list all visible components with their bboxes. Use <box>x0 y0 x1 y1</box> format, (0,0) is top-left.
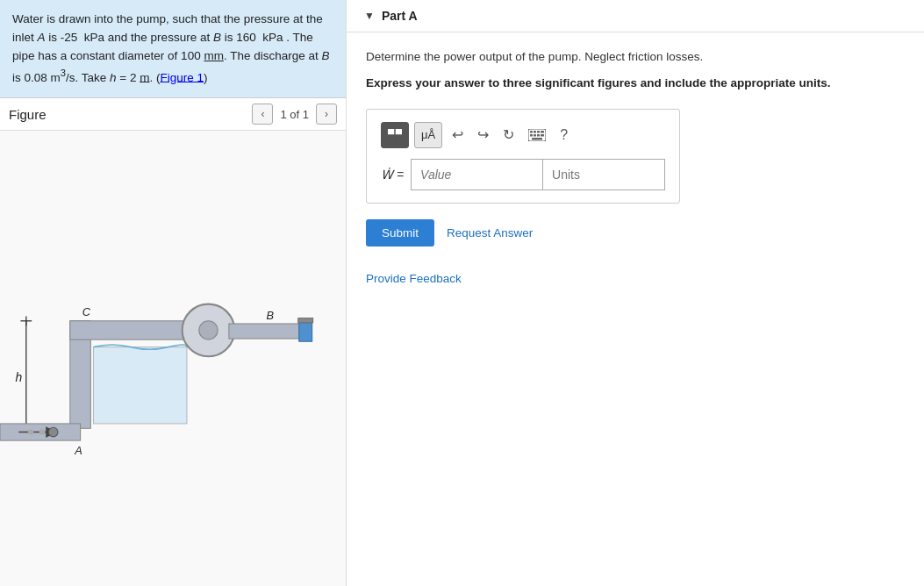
provide-feedback-link[interactable]: Provide Feedback <box>366 272 462 285</box>
instruction-bold: Express your answer to three significant… <box>366 75 905 92</box>
svg-rect-16 <box>229 324 304 339</box>
svg-rect-35 <box>541 134 544 137</box>
matrix-button[interactable] <box>381 122 409 148</box>
prev-figure-btn[interactable]: ‹ <box>252 104 273 125</box>
figure-nav-count: 1 of 1 <box>280 108 309 121</box>
svg-rect-28 <box>530 131 533 133</box>
svg-rect-11 <box>70 321 191 339</box>
help-button[interactable]: ? <box>555 125 572 145</box>
svg-rect-36 <box>532 138 542 140</box>
svg-rect-26 <box>396 136 402 141</box>
figure-link[interactable]: Figure 1 <box>161 70 204 83</box>
keyboard-icon <box>528 129 546 141</box>
refresh-button[interactable]: ↻ <box>498 125 519 145</box>
left-panel: Water is drawn into the pump, such that … <box>0 0 347 586</box>
svg-rect-31 <box>541 131 544 133</box>
var-B2: B <box>321 49 329 62</box>
request-answer-link[interactable]: Request Answer <box>447 226 533 239</box>
svg-rect-19 <box>298 318 313 323</box>
var-B: B <box>213 31 221 44</box>
svg-rect-30 <box>537 131 540 133</box>
svg-rect-24 <box>396 129 402 134</box>
right-panel: ▼ Part A Determine the power output of t… <box>347 0 924 586</box>
svg-rect-23 <box>388 129 394 134</box>
var-A: A <box>38 31 46 44</box>
figure-title: Figure <box>9 107 47 122</box>
units-input[interactable] <box>542 159 665 190</box>
figure-svg: h A C <box>0 131 346 586</box>
action-row: Submit Request Answer <box>366 219 905 247</box>
svg-point-15 <box>199 321 218 339</box>
svg-point-22 <box>28 430 33 435</box>
part-toggle-icon[interactable]: ▼ <box>364 10 375 22</box>
redo-button[interactable]: ↪ <box>473 125 493 145</box>
svg-text:h: h <box>15 370 22 384</box>
svg-rect-25 <box>388 136 394 141</box>
svg-rect-33 <box>534 134 536 137</box>
svg-rect-13 <box>93 347 186 424</box>
problem-statement: Water is drawn into the pump, such that … <box>0 0 346 97</box>
answer-label: Ẇ = <box>381 168 404 182</box>
part-label: Part A <box>382 9 418 23</box>
matrix-icon <box>388 129 402 141</box>
undo-button[interactable]: ↩ <box>448 125 468 145</box>
answer-box: μÅ ↩ ↪ ↻ <box>366 109 680 204</box>
svg-rect-29 <box>534 131 536 133</box>
svg-rect-34 <box>537 134 540 137</box>
next-figure-btn[interactable]: › <box>316 104 337 125</box>
figure-image: h A C <box>0 131 346 586</box>
figure-section: Figure ‹ 1 of 1 › h <box>0 97 346 586</box>
toolbar: μÅ ↩ ↪ ↻ <box>381 122 665 148</box>
svg-rect-32 <box>530 134 533 137</box>
var-h: h <box>110 70 117 83</box>
answer-row: Ẇ = <box>381 159 665 190</box>
svg-text:C: C <box>82 306 91 319</box>
svg-text:B: B <box>266 309 274 322</box>
svg-text:A: A <box>74 444 82 457</box>
svg-point-21 <box>39 430 45 435</box>
mu-button[interactable]: μÅ <box>414 122 442 148</box>
svg-rect-18 <box>299 321 312 341</box>
part-header: ▼ Part A <box>347 0 924 32</box>
part-content: Determine the power output of the pump. … <box>347 32 924 301</box>
svg-point-20 <box>48 427 58 437</box>
instruction-text: Determine the power output of the pump. … <box>366 48 905 66</box>
figure-header: Figure ‹ 1 of 1 › <box>0 98 346 131</box>
submit-button[interactable]: Submit <box>366 219 434 247</box>
value-input[interactable] <box>411 159 542 190</box>
keyboard-button[interactable] <box>524 127 550 143</box>
figure-nav: ‹ 1 of 1 › <box>252 104 337 125</box>
